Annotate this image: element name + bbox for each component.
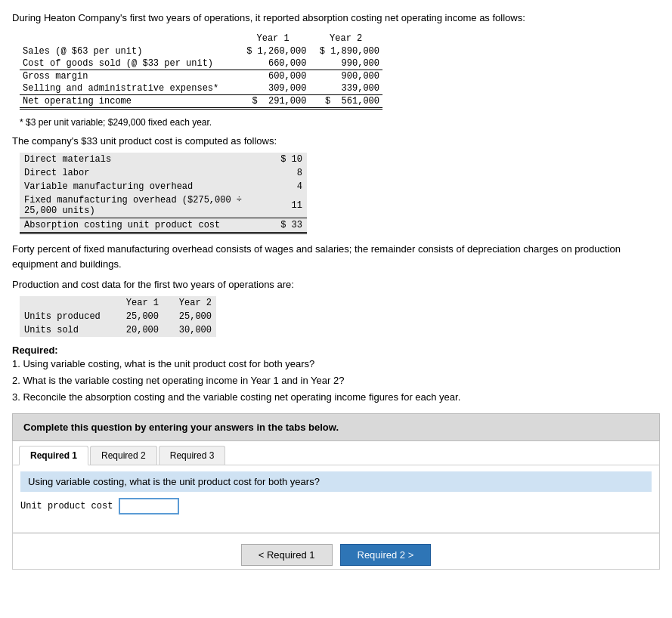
cost-table: Direct materials $ 10 Direct labor 8 Var… (20, 153, 307, 234)
table-row: Variable manufacturing overhead 4 (20, 180, 307, 193)
required-title: Required: (12, 345, 660, 356)
income-table: Year 1 Year 2 Sales (@ $63 per unit) $ 1… (20, 32, 382, 110)
required-section: Required: 1. Using variable costing, wha… (12, 345, 660, 406)
year2-header: Year 2 (309, 32, 382, 45)
tab-required3[interactable]: Required 3 (159, 446, 226, 465)
required-item-1: 1. Using variable costing, what is the u… (12, 356, 660, 372)
table-row: Units sold 20,000 30,000 (20, 323, 216, 337)
total-row: Absorption costing unit product cost $ 3… (20, 218, 307, 233)
table-row: Units produced 25,000 25,000 (20, 310, 216, 323)
table-row: Sales (@ $63 per unit) $ 1,260,000 $ 1,8… (20, 45, 382, 57)
prev-button[interactable]: < Required 1 (241, 544, 333, 566)
table-row: Fixed manufacturing overhead ($275,000 ÷… (20, 193, 307, 218)
intro-text: During Heaton Company's first two years … (12, 12, 660, 23)
required-items: 1. Using variable costing, what is the u… (12, 356, 660, 406)
input-label: Unit product cost (20, 501, 113, 511)
prod-title: Production and cost data for the first t… (12, 279, 660, 290)
tab1-content: Using variable costing, what is the unit… (13, 465, 659, 528)
tabs-row: Required 1 Required 2 Required 3 (13, 441, 659, 465)
input-row: Unit product cost (20, 498, 652, 514)
complete-box: Complete this question by entering your … (12, 413, 660, 441)
nav-buttons: < Required 1 Required 2 > (13, 538, 659, 569)
table-row: Gross margin 600,000 900,000 (20, 70, 382, 83)
table-row: Selling and administrative expenses* 309… (20, 82, 382, 95)
next-button[interactable]: Required 2 > (340, 544, 432, 566)
required-item-3: 3. Reconcile the absorption costing and … (12, 389, 660, 406)
prod-table: Year 1 Year 2 Units produced 25,000 25,0… (20, 296, 216, 337)
net-income-row: Net operating income $ 291,000 $ 561,000 (20, 95, 382, 109)
tabs-container: Required 1 Required 2 Required 3 Using v… (12, 441, 660, 570)
footnote: * $3 per unit variable; $249,000 fixed e… (20, 117, 660, 128)
table-row: Cost of goods sold (@ $33 per unit) 660,… (20, 57, 382, 70)
table-header-row: Year 1 Year 2 (20, 296, 216, 310)
tab-required2[interactable]: Required 2 (90, 446, 157, 465)
complete-box-text: Complete this question by entering your … (23, 422, 339, 433)
divider (13, 533, 659, 533)
table-row: Direct materials $ 10 (20, 153, 307, 166)
paragraph-text: Forty percent of fixed manufacturing ove… (12, 242, 660, 271)
tab-question: Using variable costing, what is the unit… (20, 471, 652, 492)
unit-cost-title: The company's $33 unit product cost is c… (12, 135, 660, 147)
table-row: Direct labor 8 (20, 166, 307, 180)
year1-header: Year 1 (237, 32, 310, 45)
tab-required1[interactable]: Required 1 (19, 446, 88, 465)
unit-product-cost-input[interactable] (119, 498, 179, 514)
required-item-2: 2. What is the variable costing net oper… (12, 372, 660, 389)
